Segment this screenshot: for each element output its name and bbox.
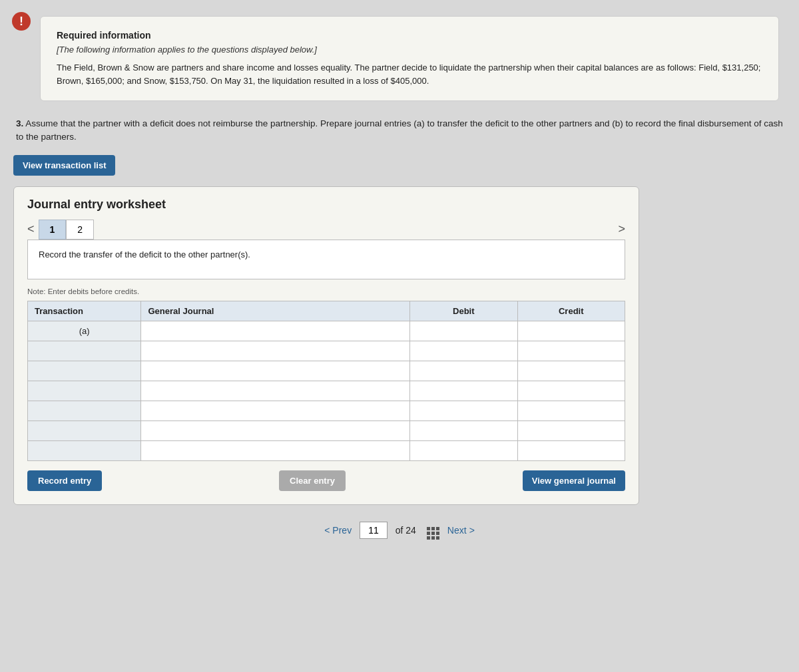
journal-cell[interactable] [141,420,410,440]
debit-cell[interactable] [410,321,517,341]
info-box: Required information [The following info… [40,16,779,101]
transaction-cell [28,420,141,440]
credit-input[interactable] [523,386,619,396]
transaction-cell [28,341,141,361]
journal-input[interactable] [146,366,404,376]
credit-cell[interactable] [517,420,625,440]
table-row [28,361,625,381]
instruction-text: Record the transfer of the deficit to th… [39,250,250,259]
journal-input[interactable] [146,346,404,356]
journal-cell[interactable] [141,321,410,341]
worksheet-title: Journal entry worksheet [27,198,625,212]
col-header-transaction: Transaction [28,301,141,321]
debit-cell[interactable] [410,361,517,381]
journal-input[interactable] [146,386,404,396]
debit-input[interactable] [415,386,511,396]
tab-prev-arrow[interactable]: < [27,222,35,236]
question-number: 3. [16,118,23,128]
credit-input[interactable] [523,346,619,356]
total-pages: of 24 [396,525,416,536]
col-header-credit: Credit [517,301,625,321]
worksheet-card: Journal entry worksheet < 1 2 > Record t… [13,186,639,505]
col-header-debit: Debit [410,301,517,321]
record-entry-button[interactable]: Record entry [27,470,102,491]
journal-input[interactable] [146,446,404,456]
transaction-cell [28,440,141,460]
next-label: Next [447,525,467,536]
italic-note: [The following information applies to th… [57,45,762,55]
journal-cell[interactable] [141,440,410,460]
debit-cell[interactable] [410,381,517,401]
transaction-cell [28,401,141,420]
debit-input[interactable] [415,366,511,376]
debit-input[interactable] [415,426,511,436]
table-row [28,440,625,460]
prev-label: Prev [332,525,352,536]
journal-input[interactable] [146,326,404,336]
view-general-journal-button[interactable]: View general journal [523,470,625,491]
journal-input[interactable] [146,426,404,436]
prev-chevron-icon: < [324,525,330,536]
tab-next-arrow[interactable]: > [618,222,625,236]
credit-input[interactable] [523,446,619,456]
credit-input[interactable] [523,406,619,416]
pagination-bar: < Prev 11 of 24 Next > [13,521,786,553]
credit-input[interactable] [523,366,619,376]
tab-nav: < 1 2 > [27,220,625,240]
question-text: 3. Assume that the partner with a defici… [16,117,786,144]
table-row: (a) [28,321,625,341]
journal-input[interactable] [146,406,404,416]
credit-input[interactable] [523,326,619,336]
journal-cell[interactable] [141,381,410,401]
debit-cell[interactable] [410,420,517,440]
credit-cell[interactable] [517,361,625,381]
current-page: 11 [368,525,379,536]
note-text: Note: Enter debits before credits. [27,287,625,295]
credit-cell[interactable] [517,341,625,361]
debit-cell[interactable] [410,341,517,361]
transaction-cell: (a) [28,321,141,341]
transaction-cell [28,361,141,381]
credit-input[interactable] [523,426,619,436]
debit-input[interactable] [415,406,511,416]
bottom-buttons: Record entry Clear entry View general jo… [27,470,625,491]
tab-2[interactable]: 2 [66,220,94,240]
debit-input[interactable] [415,446,511,456]
current-page-box: 11 [360,522,388,539]
tab-1[interactable]: 1 [39,220,67,240]
clear-entry-button[interactable]: Clear entry [279,470,346,491]
credit-cell[interactable] [517,440,625,460]
journal-cell[interactable] [141,341,410,361]
question-body: Assume that the partner with a deficit d… [16,118,783,142]
next-chevron-icon: > [469,525,475,536]
table-row [28,341,625,361]
col-header-general-journal: General Journal [141,301,410,321]
debit-input[interactable] [415,326,511,336]
table-row [28,401,625,420]
debit-input[interactable] [415,346,511,356]
credit-cell[interactable] [517,401,625,420]
debit-cell[interactable] [410,440,517,460]
table-row [28,381,625,401]
instruction-box: Record the transfer of the deficit to th… [27,240,625,279]
alert-icon: ! [12,12,31,31]
journal-cell[interactable] [141,361,410,381]
journal-table: Transaction General Journal Debit Credit… [27,301,625,461]
grid-icon [424,521,439,540]
required-label: Required information [57,30,762,41]
view-transaction-list-button[interactable]: View transaction list [13,155,115,176]
info-body-text: The Field, Brown & Snow are partners and… [57,61,762,87]
journal-cell[interactable] [141,401,410,420]
transaction-cell [28,381,141,401]
credit-cell[interactable] [517,381,625,401]
debit-cell[interactable] [410,401,517,420]
next-button[interactable]: Next > [447,525,475,536]
prev-button[interactable]: < Prev [324,525,352,536]
table-row [28,420,625,440]
credit-cell[interactable] [517,321,625,341]
